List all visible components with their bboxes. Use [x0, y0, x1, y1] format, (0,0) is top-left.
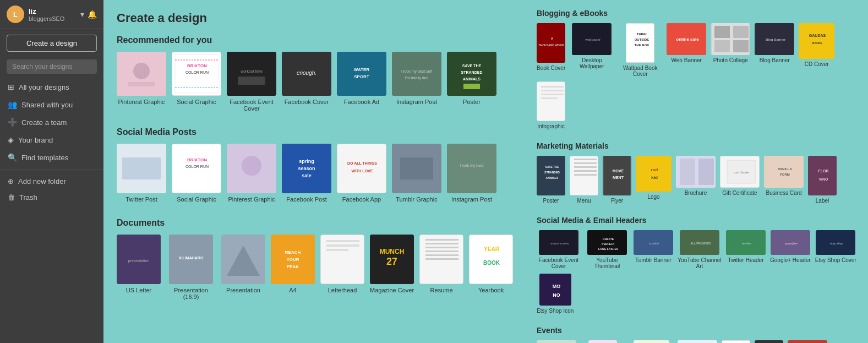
design-item-label: Resume	[430, 287, 453, 293]
list-item[interactable]: you're invited Invitation (portrait)	[581, 340, 625, 343]
list-item[interactable]: google+ Google+ Header	[770, 230, 811, 269]
list-item[interactable]: YOU'RE INVITED Invitation (Square)	[629, 340, 673, 343]
list-item[interactable]: workout time Facebook Event Cover	[227, 52, 276, 112]
svg-rect-121	[809, 156, 836, 195]
notification-icon[interactable]: 🔔	[88, 10, 97, 19]
list-item[interactable]: tumblr Tumblr Banner	[634, 230, 673, 269]
section-title-social: Social Media Posts	[117, 127, 514, 137]
svg-text:kid: kid	[651, 175, 658, 180]
svg-text:certificate: certificate	[734, 171, 750, 174]
rp-item-label: Photo Collage	[713, 57, 748, 63]
design-item-label: Facebook Ad	[344, 99, 379, 105]
sidebar-item-all-designs[interactable]: ⊞ All your designs	[0, 78, 103, 96]
list-item[interactable]: DO ALL THINGSWITH LOVE Facebook App	[337, 144, 386, 203]
list-item[interactable]: card Card	[678, 340, 717, 343]
sidebar-item-label: Shared with you	[21, 101, 73, 109]
svg-text:online sale: online sale	[676, 37, 700, 42]
rp-item-label: Twitter Header	[728, 257, 763, 263]
rp-item-label: Business Card	[766, 190, 801, 196]
design-item-label: Presentation	[226, 287, 260, 293]
list-item[interactable]: 20 Program	[755, 340, 783, 343]
svg-text:NO: NO	[553, 292, 560, 298]
svg-text:COLOR RUN: COLOR RUN	[185, 165, 209, 168]
list-item[interactable]: VANILLAFORM Business Card	[764, 156, 804, 204]
trash-label: Trash	[19, 193, 37, 202]
sidebar-item-add-folder[interactable]: ⊕ Add new folder	[0, 173, 103, 189]
sidebar-item-templates[interactable]: 🔍 Find templates	[0, 149, 103, 166]
svg-rect-26	[122, 157, 161, 179]
sidebar-item-shared[interactable]: 👥 Shared with you	[0, 96, 103, 113]
svg-text:FLOR: FLOR	[818, 169, 828, 173]
list-item[interactable]: event cover Facebook Event Cover	[537, 230, 581, 269]
rp-item-label: Menu	[577, 198, 591, 204]
list-item[interactable]: I look my best selfI'm totally fine Inst…	[392, 52, 441, 112]
sidebar-item-create-team[interactable]: ➕ Create a team	[0, 113, 103, 131]
list-item[interactable]: GAUDASBAUDE CD Cover	[799, 23, 834, 77]
svg-text:season: season	[298, 166, 315, 171]
svg-rect-83	[733, 26, 749, 38]
list-item[interactable]: presentation US Letter	[117, 235, 161, 300]
svg-rect-140	[541, 274, 570, 306]
list-item[interactable]: YEAR BOOK Yearbook	[469, 235, 513, 300]
list-item[interactable]: Tumblr Graphic	[392, 144, 441, 203]
rp-item-label: Brochure	[685, 190, 707, 196]
list-item[interactable]: etsy shop Etsy Shop Cover	[815, 230, 856, 269]
create-design-button[interactable]: Create a design	[7, 35, 97, 52]
svg-text:MENT: MENT	[613, 176, 624, 179]
list-item[interactable]: enough. Facebook Cover	[282, 52, 331, 112]
list-item[interactable]: Presentation	[221, 235, 265, 300]
list-item[interactable]: BRIXTON COLOR RUN Social Graphic	[172, 52, 221, 112]
list-item[interactable]: springseasonsale Facebook Post	[282, 144, 331, 203]
svg-rect-67	[470, 235, 512, 284]
list-item[interactable]: Letterhead	[320, 235, 364, 300]
list-item[interactable]: twitter Twitter Header	[726, 230, 766, 269]
list-item[interactable]: Photo Collage	[711, 23, 750, 77]
svg-text:ANIMALS: ANIMALS	[463, 77, 481, 81]
social-headers-grid: event cover Facebook Event Cover CREATEP…	[537, 230, 858, 314]
list-item[interactable]: SAVE THESTRANDEDANIMALS Poster	[537, 156, 565, 204]
search-input[interactable]	[7, 59, 97, 74]
list-item[interactable]: Infographic	[537, 81, 565, 129]
list-item[interactable]: CREATEPERFECTLONG LASHES YouTube Thumbna…	[585, 230, 629, 269]
svg-text:PEAK: PEAK	[287, 264, 299, 269]
list-item[interactable]: wallpaper Desktop Wallpaper	[570, 23, 614, 77]
list-item[interactable]: Blog Banner Blog Banner	[755, 23, 794, 77]
list-item[interactable]: Pinterest Graphic	[117, 52, 166, 112]
svg-text:CREATE: CREATE	[603, 237, 614, 241]
list-item[interactable]: ALL PROMISES YouTube Channel Art	[678, 230, 722, 269]
list-item[interactable]: RSVP Postcard	[537, 340, 576, 343]
svg-text:spring: spring	[299, 159, 314, 164]
list-item[interactable]: KILIMAHARO Presentation (16:9)	[166, 235, 216, 300]
list-item[interactable]: WATERSPORT Facebook Ad	[337, 52, 386, 112]
list-item[interactable]: REACHYOURPEAK A4	[271, 235, 315, 300]
list-item[interactable]: ATHOUSAND WORDS Book Cover	[537, 23, 565, 77]
design-item-label: Social Graphic	[177, 196, 216, 203]
list-item[interactable]: SENIOR ARTDIRECTOR Announcement	[788, 340, 827, 343]
list-item[interactable]: Menu	[570, 156, 598, 204]
list-item[interactable]: Resume	[419, 235, 463, 300]
dropdown-icon[interactable]: ▾	[80, 10, 84, 19]
design-item-label: A4	[289, 287, 296, 293]
list-item[interactable]: Pinterest Graphic	[227, 144, 276, 203]
list-item[interactable]: FLORVINO Label	[808, 156, 837, 204]
list-item[interactable]: MONO Etsy Shop Icon	[537, 274, 574, 314]
list-item[interactable]: online sale Web Banner	[667, 23, 706, 77]
svg-text:event cover: event cover	[550, 242, 569, 245]
list-item[interactable]: I look my best Instagram Post	[447, 144, 496, 203]
list-item[interactable]: MOVEMENT Flyer	[603, 156, 631, 204]
sidebar-item-brand[interactable]: ◈ Your brand	[0, 131, 103, 149]
list-item[interactable]: BRIXTON COLOR RUN Social Graphic	[172, 144, 221, 203]
svg-rect-40	[400, 157, 433, 179]
list-item[interactable]: certificate Gift Certificate	[720, 156, 760, 204]
list-item[interactable]: MUNCH27 Magazine Cover	[370, 235, 414, 300]
list-item[interactable]: SAVE THESTRANDEDANIMALS Poster	[447, 52, 496, 112]
sidebar-item-trash[interactable]: 🗑 Trash	[0, 189, 103, 205]
list-item[interactable]: Brochure	[676, 156, 716, 204]
list-item[interactable]: COOL GIFTFOR YOU! Tag	[722, 340, 750, 343]
svg-text:rod: rod	[651, 167, 658, 172]
list-item[interactable]: THINKOUTSIDETHE BOX Wattpad Book Cover	[618, 23, 662, 77]
svg-text:A: A	[551, 37, 554, 40]
list-item[interactable]: Twitter Post	[117, 144, 166, 203]
list-item[interactable]: rodkid Logo	[636, 156, 672, 204]
rp-item-label: YouTube Channel Art	[678, 257, 722, 269]
